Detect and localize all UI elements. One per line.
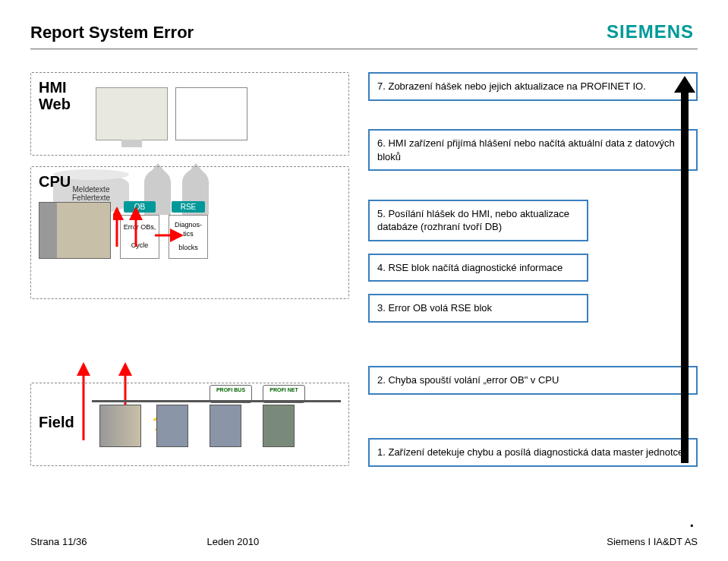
- step-1-box: 1. Zařízení detekuje chybu a posílá diag…: [368, 438, 698, 467]
- step-4-box: 4. RSE blok načítá diagnostické informac…: [368, 254, 588, 282]
- steps-column: 7. Zobrazení hášek nebo jejich aktualiza…: [368, 72, 698, 467]
- footer: Strana 11/36 Leden 2010 Siemens I IA&DT …: [30, 536, 698, 547]
- diagram-column: HMI Web Meldetexte Fehlertexte CPU OB: [30, 72, 349, 467]
- step-2-box: 2. Chyba spouští volání „error OB" v CPU: [368, 366, 698, 395]
- plc-rack-icon: [39, 202, 111, 259]
- fieldbus-line: [92, 400, 341, 402]
- field-device-icon: [156, 405, 188, 447]
- step-7-box: 7. Zobrazení hášek nebo jejich aktualiza…: [368, 72, 698, 101]
- hmi-label-line1: HMI: [39, 79, 71, 96]
- step-5-box: 5. Posílání hlášek do HMI, nebo aktualiz…: [368, 200, 588, 241]
- field-device-icon: [263, 405, 295, 447]
- footer-date: Leden 2010: [207, 536, 260, 547]
- field-device-icon: [99, 405, 141, 447]
- hmi-layer-box: HMI Web: [30, 72, 349, 156]
- footer-page: Strana 11/36: [30, 536, 87, 547]
- web-browser-icon: [175, 87, 247, 140]
- page-title: Report System Error: [30, 23, 698, 43]
- flow-arrow-up-icon: [676, 76, 694, 463]
- hmi-panel-icon: [96, 87, 168, 140]
- arrow-shaft: [681, 93, 689, 463]
- decorative-dot: .: [689, 513, 694, 531]
- step-3-box: 3. Error OB volá RSE blok: [368, 294, 588, 323]
- cpu-label: CPU: [39, 173, 71, 191]
- hmi-label: HMI Web: [39, 79, 71, 112]
- hmi-label-line2: Web: [39, 96, 71, 112]
- red-arrows-cpu: [113, 205, 227, 273]
- field-label: Field: [39, 414, 74, 431]
- field-device-icon: [210, 405, 241, 447]
- step-6-box: 6. HMI zařízení přijímá hlášení nebo nač…: [368, 129, 698, 171]
- title-divider: [30, 49, 698, 49]
- db-text-line1: Meldetexte: [73, 185, 110, 194]
- db-text-line2: Fehlertexte: [72, 194, 110, 202]
- arrow-head-icon: [674, 76, 695, 93]
- footer-company: Siemens I IA&DT AS: [607, 536, 698, 547]
- field-layer-box: Field PROFI BUS PROFI NET ⚡: [30, 383, 349, 466]
- siemens-logo: SIEMENS: [607, 21, 694, 43]
